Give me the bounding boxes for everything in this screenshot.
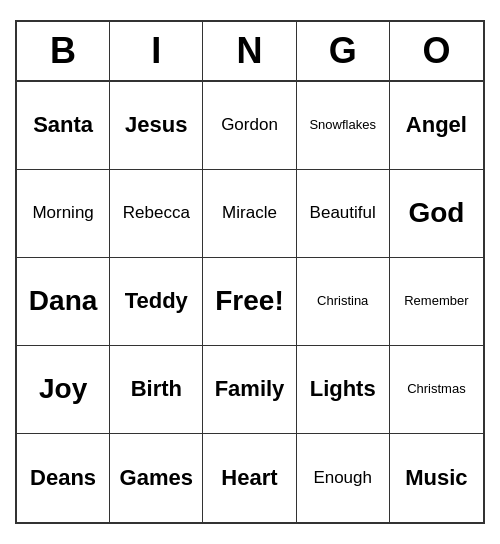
bingo-cell-0: Santa — [17, 82, 110, 170]
cell-text-6: Rebecca — [123, 204, 190, 223]
bingo-cell-24: Music — [390, 434, 483, 522]
cell-text-17: Family — [215, 377, 285, 401]
bingo-header: BINGO — [17, 22, 483, 82]
bingo-cell-15: Joy — [17, 346, 110, 434]
cell-text-20: Deans — [30, 466, 96, 490]
bingo-cell-2: Gordon — [203, 82, 296, 170]
bingo-cell-10: Dana — [17, 258, 110, 346]
cell-text-21: Games — [120, 466, 193, 490]
header-letter-n: N — [203, 22, 296, 80]
bingo-cell-19: Christmas — [390, 346, 483, 434]
bingo-cell-18: Lights — [297, 346, 390, 434]
cell-text-0: Santa — [33, 113, 93, 137]
header-letter-g: G — [297, 22, 390, 80]
cell-text-10: Dana — [29, 286, 97, 317]
bingo-cell-7: Miracle — [203, 170, 296, 258]
cell-text-8: Beautiful — [310, 204, 376, 223]
bingo-cell-16: Birth — [110, 346, 203, 434]
bingo-card: BINGO SantaJesusGordonSnowflakesAngelMor… — [15, 20, 485, 524]
bingo-cell-11: Teddy — [110, 258, 203, 346]
cell-text-11: Teddy — [125, 289, 188, 313]
bingo-cell-22: Heart — [203, 434, 296, 522]
bingo-cell-5: Morning — [17, 170, 110, 258]
bingo-cell-3: Snowflakes — [297, 82, 390, 170]
cell-text-4: Angel — [406, 113, 467, 137]
cell-text-12: Free! — [215, 286, 283, 317]
bingo-cell-8: Beautiful — [297, 170, 390, 258]
header-letter-o: O — [390, 22, 483, 80]
header-letter-i: I — [110, 22, 203, 80]
cell-text-7: Miracle — [222, 204, 277, 223]
cell-text-1: Jesus — [125, 113, 187, 137]
cell-text-16: Birth — [131, 377, 182, 401]
cell-text-3: Snowflakes — [309, 118, 375, 132]
cell-text-13: Christina — [317, 294, 368, 308]
cell-text-19: Christmas — [407, 382, 466, 396]
bingo-cell-9: God — [390, 170, 483, 258]
cell-text-22: Heart — [221, 466, 277, 490]
cell-text-18: Lights — [310, 377, 376, 401]
cell-text-15: Joy — [39, 374, 87, 405]
header-letter-b: B — [17, 22, 110, 80]
bingo-grid: SantaJesusGordonSnowflakesAngelMorningRe… — [17, 82, 483, 522]
cell-text-2: Gordon — [221, 116, 278, 135]
cell-text-24: Music — [405, 466, 467, 490]
cell-text-23: Enough — [313, 469, 372, 488]
bingo-cell-1: Jesus — [110, 82, 203, 170]
bingo-cell-14: Remember — [390, 258, 483, 346]
bingo-cell-21: Games — [110, 434, 203, 522]
bingo-cell-4: Angel — [390, 82, 483, 170]
bingo-cell-12: Free! — [203, 258, 296, 346]
bingo-cell-23: Enough — [297, 434, 390, 522]
cell-text-5: Morning — [32, 204, 93, 223]
bingo-cell-13: Christina — [297, 258, 390, 346]
bingo-cell-6: Rebecca — [110, 170, 203, 258]
bingo-cell-20: Deans — [17, 434, 110, 522]
cell-text-14: Remember — [404, 294, 468, 308]
cell-text-9: God — [408, 198, 464, 229]
bingo-cell-17: Family — [203, 346, 296, 434]
